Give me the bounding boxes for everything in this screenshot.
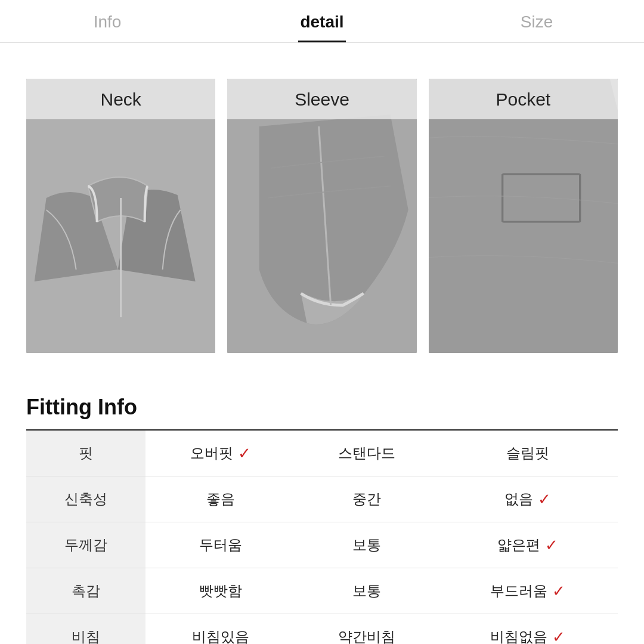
cell-2-2: 얇은편✓ [438,522,618,568]
image-card-neck: Neck [26,79,215,353]
cell-text: 보통 [352,581,381,600]
tab-size[interactable]: Size [429,13,644,42]
cell-content-2-0: 두터움 [199,535,242,555]
cell-1-1: 중간 [296,476,438,522]
cell-content-1-2: 없음✓ [504,490,551,509]
cell-content-3-1: 보통 [352,581,381,600]
cell-2-0: 두터움 [145,522,296,568]
pocket-label: Pocket [429,79,618,119]
cell-text: 없음 [504,490,533,509]
cell-text: 슬림핏 [506,444,549,463]
cell-text: 빳빳함 [199,581,242,600]
cell-0-0: 오버핏✓ [145,430,296,476]
cell-content-0-0: 오버핏✓ [190,444,251,463]
check-icon: ✓ [552,582,565,600]
fitting-table: 핏오버핏✓스탠다드슬림핏신축성좋음중간없음✓두께감두터움보통얇은편✓촉감빳빳함보… [26,429,618,644]
fitting-section: Fitting Info 핏오버핏✓스탠다드슬림핏신축성좋음중간없음✓두께감두터… [0,383,644,644]
image-section: Neck Sleeve [0,43,644,383]
image-card-sleeve: Sleeve [227,79,416,353]
cell-content-2-2: 얇은편✓ [497,535,558,555]
row-header-1: 신축성 [26,476,145,522]
cell-4-1: 약간비침 [296,614,438,645]
check-icon: ✓ [552,628,565,645]
cell-text: 비침없음 [490,627,547,644]
row-header-2: 두께감 [26,522,145,568]
tab-detail[interactable]: detail [215,13,429,42]
cell-text: 약간비침 [338,627,395,644]
table-row: 신축성좋음중간없음✓ [26,476,618,522]
table-row: 비침비침있음약간비침비침없음✓ [26,614,618,645]
image-card-pocket: Pocket [429,79,618,353]
cell-text: 오버핏 [190,444,233,463]
cell-2-1: 보통 [296,522,438,568]
cell-3-1: 보통 [296,568,438,614]
sleeve-label: Sleeve [227,79,416,119]
pocket-image [429,79,618,353]
check-icon: ✓ [538,490,551,509]
fitting-title: Fitting Info [26,395,618,420]
cell-content-4-1: 약간비침 [338,627,395,644]
cell-4-2: 비침없음✓ [438,614,618,645]
svg-rect-4 [429,79,618,353]
tab-info[interactable]: Info [0,13,215,42]
row-header-0: 핏 [26,430,145,476]
table-row: 두께감두터움보통얇은편✓ [26,522,618,568]
cell-1-2: 없음✓ [438,476,618,522]
tab-bar: Info detail Size [0,0,644,43]
sleeve-image [227,79,416,353]
cell-text: 두터움 [199,535,242,555]
cell-content-0-2: 슬림핏 [506,444,549,463]
neck-image [26,79,215,353]
cell-4-0: 비침있음 [145,614,296,645]
cell-text: 보통 [352,535,381,555]
cell-content-3-0: 빳빳함 [199,581,242,600]
cell-content-4-2: 비침없음✓ [490,627,565,644]
cell-text: 스탠다드 [338,444,395,463]
row-header-4: 비침 [26,614,145,645]
cell-text: 비침있음 [192,627,249,644]
cell-content-1-0: 좋음 [206,490,235,509]
cell-content-2-1: 보통 [352,535,381,555]
cell-content-1-1: 중간 [352,490,381,509]
cell-text: 얇은편 [497,535,540,555]
check-icon: ✓ [238,444,251,463]
cell-content-0-1: 스탠다드 [338,444,395,463]
cell-text: 부드러움 [490,581,547,600]
cell-1-0: 좋음 [145,476,296,522]
cell-content-3-2: 부드러움✓ [490,581,565,600]
cell-3-0: 빳빳함 [145,568,296,614]
cell-content-4-0: 비침있음 [192,627,249,644]
cell-3-2: 부드러움✓ [438,568,618,614]
cell-text: 중간 [352,490,381,509]
row-header-3: 촉감 [26,568,145,614]
neck-label: Neck [26,79,215,119]
cell-0-1: 스탠다드 [296,430,438,476]
check-icon: ✓ [545,536,558,555]
table-row: 촉감빳빳함보통부드러움✓ [26,568,618,614]
table-row: 핏오버핏✓스탠다드슬림핏 [26,430,618,476]
cell-0-2: 슬림핏 [438,430,618,476]
cell-text: 좋음 [206,490,235,509]
